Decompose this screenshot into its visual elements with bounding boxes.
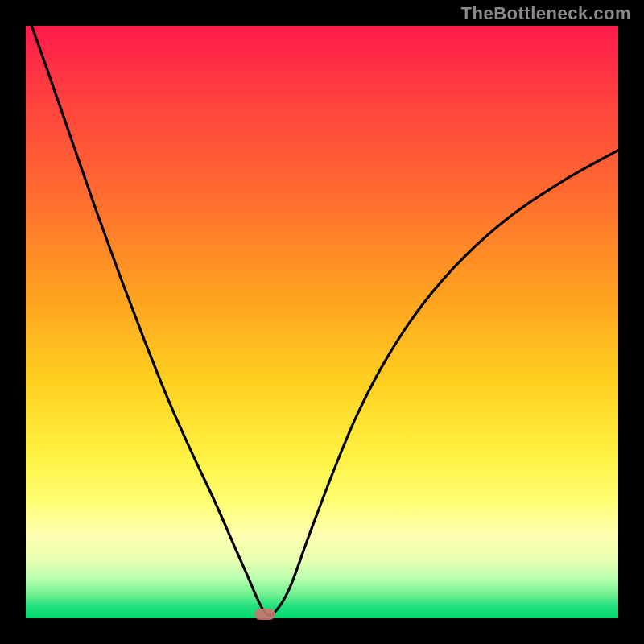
bottleneck-curve	[31, 26, 618, 615]
plot-area	[26, 26, 618, 618]
chart-frame: TheBottleneck.com	[0, 0, 644, 644]
watermark-text: TheBottleneck.com	[461, 3, 631, 24]
curve-svg	[26, 26, 618, 618]
min-marker	[254, 609, 275, 620]
